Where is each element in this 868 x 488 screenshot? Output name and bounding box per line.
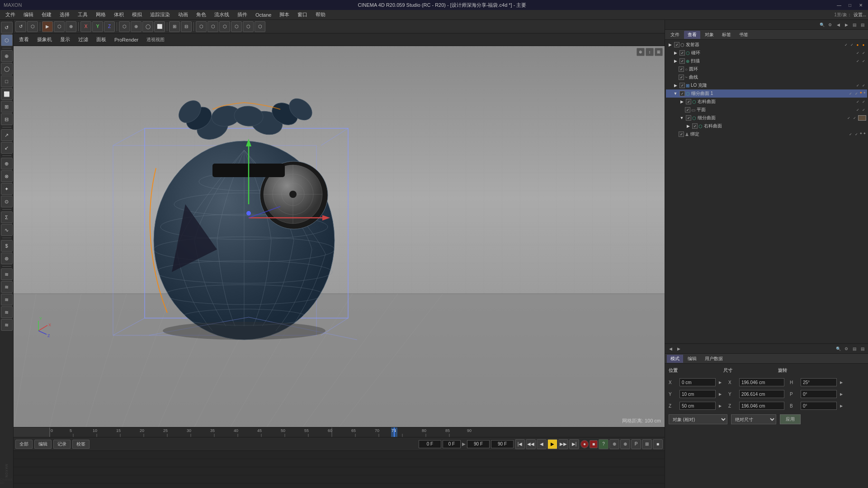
tb-render[interactable]: ▶ xyxy=(42,21,53,32)
attr-tb-search[interactable]: 🔍 xyxy=(835,345,842,352)
tree-item-rightsurface[interactable]: ▶ ✓ ⬡ 右科曲面 ✓ ✓ xyxy=(666,98,867,106)
tl-key1[interactable]: ⊕ xyxy=(609,439,619,449)
menu-select[interactable]: 选择 xyxy=(56,10,73,19)
vp-ctrl-2[interactable]: ↕ xyxy=(646,48,654,56)
tb-grid2[interactable]: ⊟ xyxy=(181,21,192,32)
tree-item-bind[interactable]: ✓ ♟ 绑定 ✓ ✓ ✦ ✦ xyxy=(666,130,867,138)
viewport[interactable]: X Y Z ⊕ ↕ ⊞ 网格距离: 100 cm xyxy=(14,46,665,427)
tree-check-bind[interactable]: ✓ xyxy=(679,131,684,137)
tl-tab-edit[interactable]: 编辑 xyxy=(34,440,52,449)
frame-start-input[interactable] xyxy=(419,440,441,448)
tree-check-clone[interactable]: ✓ xyxy=(679,83,685,88)
tree-check-torus[interactable]: ✓ xyxy=(679,66,684,72)
tool-circle[interactable]: ◯ xyxy=(1,63,13,75)
tb-shape4[interactable]: ⬜ xyxy=(154,21,165,32)
tool-add[interactable]: ⊕ xyxy=(1,158,13,169)
tree-item-subd1[interactable]: ▼ ✓ ⬡ 细分曲面 1 ✓ ✓ ✦ ✦ xyxy=(666,89,867,98)
tc-material-thumb[interactable] xyxy=(858,115,866,121)
attr-tb-2[interactable]: ▶ xyxy=(675,345,682,352)
py-arrow[interactable]: ▶ xyxy=(839,391,844,397)
frame-current-input[interactable] xyxy=(443,440,461,448)
menu-pipeline[interactable]: 流水线 xyxy=(211,10,233,19)
tb-view5[interactable]: ⬡ xyxy=(243,21,254,32)
tc-render-sd2[interactable]: ✓ xyxy=(852,115,857,121)
tool-arrow[interactable]: ↗ xyxy=(1,129,13,141)
frame-end-input[interactable] xyxy=(467,440,490,448)
tc-vis-cl[interactable]: ✓ xyxy=(855,83,860,88)
tool-square[interactable]: □ xyxy=(1,75,13,87)
rp-arrow-right[interactable]: ▶ xyxy=(843,21,850,28)
close-button[interactable]: ✕ xyxy=(857,1,864,9)
tree-check-plane[interactable]: ✓ xyxy=(685,107,690,113)
attr-size-z[interactable] xyxy=(739,402,784,410)
tc-vis-bind[interactable]: ✓ xyxy=(848,131,853,137)
tree-item-bumper[interactable]: ▶ ✓ ⬡ 碰环 ✓ ✓ xyxy=(666,49,867,57)
tree-check-emitter[interactable]: ✓ xyxy=(674,42,679,47)
tree-check-sweep[interactable]: ✓ xyxy=(679,58,685,64)
vp-tab-filter[interactable]: 过滤 xyxy=(75,35,92,44)
tl-help[interactable]: ? xyxy=(599,439,609,449)
tree-item-rs2[interactable]: ▶ ✓ ⬡ 右科曲面 xyxy=(666,122,867,130)
rp-col1[interactable]: ▤ xyxy=(851,21,858,28)
tl-stop[interactable]: ■ xyxy=(590,440,598,448)
menu-plugins[interactable]: 插件 xyxy=(234,10,251,19)
menu-octane[interactable]: Octane xyxy=(252,11,275,19)
tl-tab-keyframe[interactable]: 校签 xyxy=(72,440,90,449)
tc-vis-sd2[interactable]: ✓ xyxy=(846,115,851,121)
tl-key2[interactable]: ⊕ xyxy=(620,439,630,449)
tool-mesh[interactable]: ⊕ xyxy=(1,50,13,62)
tl-tab-record[interactable]: 记录 xyxy=(53,440,71,449)
tc-render-cl[interactable]: ✓ xyxy=(861,83,866,88)
az-arrow[interactable]: ▶ xyxy=(717,403,723,408)
window-controls[interactable]: — □ ✕ xyxy=(835,1,864,9)
tb-y[interactable]: Y xyxy=(92,21,103,32)
vp-tab-camera[interactable]: 摄象机 xyxy=(33,35,56,44)
size-mode-select2[interactable]: 绝对尺寸 xyxy=(731,414,776,424)
tb-shape3[interactable]: ◯ xyxy=(142,21,153,32)
tool-diagonal[interactable]: ↙ xyxy=(1,142,13,154)
attr-tb-col2[interactable]: ▤ xyxy=(859,345,866,352)
rp-settings[interactable]: ⚙ xyxy=(826,21,834,28)
tree-check-rightsurface[interactable]: ✓ xyxy=(686,99,691,104)
maximize-button[interactable]: □ xyxy=(846,1,854,9)
tl-tab-all[interactable]: 全部 xyxy=(15,440,33,449)
hx-arrow[interactable]: ▶ xyxy=(839,380,844,385)
menu-character[interactable]: 角色 xyxy=(193,10,210,19)
tool-layers-1[interactable]: ≋ xyxy=(1,268,13,280)
vp-tab-prorender[interactable]: ProRender xyxy=(111,36,142,43)
menu-window[interactable]: 窗口 xyxy=(294,10,311,19)
rb-tab-mode[interactable]: 模式 xyxy=(667,355,683,363)
menu-animate[interactable]: 动画 xyxy=(175,10,192,19)
tool-layers-2[interactable]: ≋ xyxy=(1,281,13,293)
tb-view6[interactable]: ⬡ xyxy=(255,21,265,32)
tree-check-curve[interactable]: ✓ xyxy=(679,75,684,80)
rp-col2[interactable]: ▤ xyxy=(859,21,866,28)
vp-ctrl-3[interactable]: ⊞ xyxy=(655,48,663,56)
minimize-button[interactable]: — xyxy=(835,1,843,9)
tc-vis-rs[interactable]: ✓ xyxy=(855,99,860,104)
tl-extra[interactable]: ■ xyxy=(653,439,663,449)
tool-sub[interactable]: ⊟ xyxy=(1,113,13,125)
menu-create[interactable]: 创建 xyxy=(38,10,55,19)
tc-render-s[interactable]: ✓ xyxy=(861,58,866,64)
tl-key3[interactable]: P xyxy=(631,439,641,449)
tl-goto-end[interactable]: ▶| xyxy=(569,439,579,449)
tree-item-plane[interactable]: ✓ ▭ 平面 ✓ ✓ xyxy=(666,106,867,114)
attr-size-y[interactable] xyxy=(739,390,784,398)
tc-render-pl[interactable]: ✓ xyxy=(861,107,866,113)
rt-tab-object[interactable]: 对象 xyxy=(701,31,717,39)
tc-render-bind[interactable]: ✓ xyxy=(854,131,859,137)
attr-rot-h[interactable] xyxy=(801,378,837,386)
tb-view1[interactable]: ⬡ xyxy=(196,21,207,32)
tl-play[interactable]: ▶ xyxy=(547,439,557,449)
vp-tab-view[interactable]: 查看 xyxy=(15,35,33,44)
tool-undo[interactable]: ↺ xyxy=(1,22,13,33)
tb-view2[interactable]: ⬡ xyxy=(208,21,218,32)
ay-arrow[interactable]: ▶ xyxy=(717,391,723,397)
menu-simulate[interactable]: 模拟 xyxy=(128,10,146,19)
tl-next-frame[interactable]: ▶▶ xyxy=(558,439,568,449)
tc-render-rs[interactable]: ✓ xyxy=(861,99,866,104)
menu-file[interactable]: 文件 xyxy=(2,10,19,19)
menu-track-render[interactable]: 追踪渲染 xyxy=(146,10,174,19)
tb-render3[interactable]: ⊕ xyxy=(66,21,76,32)
